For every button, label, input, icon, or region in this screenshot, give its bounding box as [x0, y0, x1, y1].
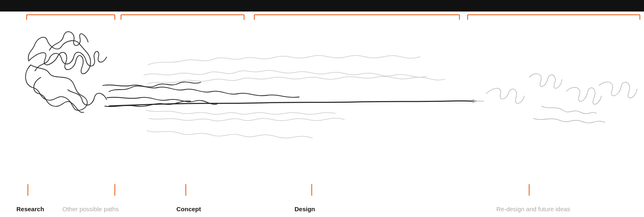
other-paths-label: Other possible paths — [62, 206, 119, 212]
svg-marker-12 — [473, 99, 478, 103]
label-design: Design — [295, 206, 315, 212]
labels-area: Research Other possible paths Concept De… — [0, 188, 644, 217]
design-label: Design — [295, 206, 315, 212]
concept-label: Concept — [176, 206, 201, 212]
label-research: Research — [16, 206, 44, 212]
label-other-paths: Other possible paths — [62, 206, 119, 212]
top-bar — [0, 0, 644, 12]
research-label: Research — [16, 206, 44, 212]
redesign-label: Re-design and future ideas — [496, 206, 570, 212]
label-redesign: Re-design and future ideas — [496, 206, 570, 212]
label-concept: Concept — [176, 206, 201, 212]
canvas-area — [0, 12, 644, 205]
